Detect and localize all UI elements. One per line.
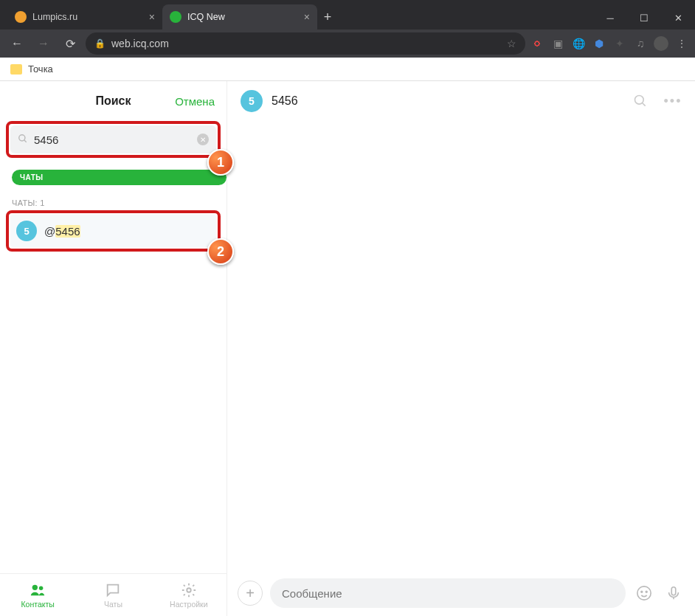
search-annotation-box: ✕ 1 (6, 121, 221, 158)
at-sign: @ (44, 225, 55, 238)
composer: + (227, 570, 695, 616)
minimize-button[interactable]: ─ (593, 6, 627, 30)
search-icon (18, 134, 28, 146)
svg-point-9 (646, 591, 647, 592)
playlist-icon[interactable]: ♫ (633, 36, 648, 51)
menu-icon[interactable]: ⋮ (674, 36, 689, 51)
avatar: 5 (16, 221, 37, 241)
search-box[interactable]: ✕ (10, 125, 216, 153)
chat-title[interactable]: 5456 (272, 94, 617, 108)
close-icon[interactable]: × (149, 11, 155, 23)
help-icon[interactable]: ▣ (550, 36, 565, 51)
nav-settings[interactable]: Настройки (151, 574, 227, 616)
tab-title: ICQ New (187, 12, 225, 22)
favicon-icon (170, 11, 181, 23)
puzzle-icon[interactable]: ✦ (612, 36, 627, 51)
nav-chats[interactable]: Чаты (75, 574, 151, 616)
mic-icon[interactable] (663, 585, 685, 601)
attach-button[interactable]: + (238, 581, 263, 606)
folder-icon (10, 64, 22, 75)
address-bar[interactable]: 🔒 web.icq.com ☆ (86, 32, 525, 55)
search-input[interactable] (34, 134, 191, 146)
chat-main: 5 5456 ••• + (227, 81, 695, 616)
window-controls: ─ ☐ ✕ (593, 6, 695, 30)
opera-icon[interactable]: ⭘ (530, 36, 544, 51)
chats-icon (105, 582, 121, 598)
clear-icon[interactable]: ✕ (197, 134, 209, 145)
nav-contacts[interactable]: Контакты (0, 574, 75, 616)
extension-icons: ⭘ ▣ 🌐 ⬢ ✦ ♫ ⋮ (530, 36, 689, 51)
svg-point-0 (19, 134, 25, 140)
favicon-icon (15, 11, 27, 23)
bookmark-item[interactable]: Точка (28, 63, 53, 75)
sidebar: Поиск Отмена ✕ 1 ЧАТЫ ЧАТЫ: 1 5 @5456 2 (0, 81, 227, 616)
sidebar-header: Поиск Отмена (0, 81, 227, 121)
contacts-icon (30, 582, 46, 598)
app-root: Поиск Отмена ✕ 1 ЧАТЫ ЧАТЫ: 1 5 @5456 2 (0, 81, 695, 616)
tab-title: Lumpics.ru (32, 12, 77, 22)
result-annotation-box: 5 @5456 2 (6, 210, 221, 252)
chat-body (227, 121, 695, 570)
browser-titlebar: Lumpics.ru × ICQ New × + ─ ☐ ✕ (0, 0, 695, 30)
svg-point-8 (641, 591, 643, 592)
nav-label: Контакты (21, 600, 54, 609)
cube-icon[interactable]: ⬢ (592, 36, 606, 51)
svg-point-3 (39, 586, 44, 590)
svg-line-1 (24, 139, 27, 142)
browser-toolbar: ← → ⟳ 🔒 web.icq.com ☆ ⭘ ▣ 🌐 ⬢ ✦ ♫ ⋮ (0, 30, 695, 58)
sidebar-bottom-nav: Контакты Чаты Настройки (0, 573, 227, 616)
cancel-button[interactable]: Отмена (175, 95, 215, 108)
close-icon[interactable]: × (304, 11, 310, 23)
annotation-badge-2: 2 (207, 238, 234, 265)
highlight-text: 5456 (55, 225, 80, 238)
url-text: web.icq.com (111, 38, 169, 49)
forward-button[interactable]: → (32, 32, 55, 55)
filter-chats[interactable]: ЧАТЫ (12, 170, 227, 185)
sidebar-title: Поиск (95, 94, 131, 108)
chat-header: 5 5456 ••• (227, 81, 695, 121)
svg-rect-10 (671, 587, 676, 595)
avatar-icon[interactable] (654, 36, 668, 51)
message-input[interactable] (282, 587, 614, 600)
annotation-badge-1: 1 (207, 149, 234, 176)
section-label: ЧАТЫ: 1 (12, 198, 227, 207)
reload-button[interactable]: ⟳ (59, 32, 81, 55)
chat-avatar[interactable]: 5 (241, 90, 263, 112)
nav-label: Чаты (104, 600, 122, 609)
maximize-button[interactable]: ☐ (627, 6, 661, 30)
bookmarks-bar: Точка (0, 58, 695, 81)
gear-icon (181, 582, 197, 598)
more-icon[interactable]: ••• (664, 92, 682, 110)
nav-label: Настройки (170, 600, 208, 609)
emoji-icon[interactable] (633, 585, 655, 601)
search-chat-icon[interactable] (632, 92, 649, 110)
svg-point-7 (637, 586, 651, 600)
result-text: @5456 (44, 225, 80, 238)
new-tab-button[interactable]: + (317, 7, 338, 27)
search-result-item[interactable]: 5 @5456 (10, 215, 216, 247)
lock-icon: 🔒 (94, 38, 106, 49)
svg-point-2 (32, 584, 38, 589)
back-button[interactable]: ← (6, 32, 28, 55)
svg-point-4 (187, 588, 191, 592)
browser-tabs: Lumpics.ru × ICQ New × + (0, 0, 593, 30)
star-icon[interactable]: ☆ (507, 38, 516, 49)
message-input-wrap[interactable] (270, 578, 626, 608)
tab-icq[interactable]: ICQ New × (162, 4, 317, 30)
tab-lumpics[interactable]: Lumpics.ru × (7, 4, 162, 30)
svg-point-5 (635, 96, 644, 105)
globe-icon[interactable]: 🌐 (571, 36, 586, 51)
svg-line-6 (643, 103, 646, 106)
close-window-button[interactable]: ✕ (661, 6, 695, 30)
